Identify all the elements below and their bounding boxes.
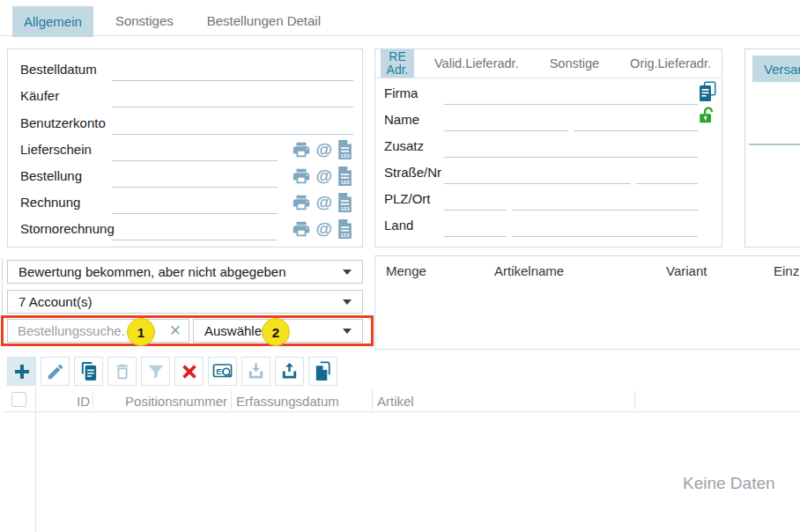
- export-button[interactable]: [275, 357, 304, 386]
- add-button[interactable]: [7, 357, 36, 386]
- tab-bestellungen-detail[interactable]: Bestellungen Detail: [196, 6, 332, 35]
- document-number-icon[interactable]: [337, 193, 353, 212]
- annotation-badge-1: 1: [127, 318, 155, 346]
- land-name-input[interactable]: [512, 219, 699, 237]
- field-label: Firma: [375, 85, 444, 105]
- copy-address-icon[interactable]: [697, 81, 718, 102]
- col-header-artikel[interactable]: Artikel: [377, 394, 414, 409]
- chevron-down-icon: [343, 299, 352, 305]
- tab-versand[interactable]: Versand: [752, 55, 800, 82]
- column-divider: [634, 390, 635, 410]
- field-row-bestellung: Bestellung @: [13, 161, 353, 188]
- tab-sonstige-adr[interactable]: Sonstige: [539, 49, 610, 78]
- name-last-input[interactable]: [574, 114, 698, 131]
- col-header-artikelname[interactable]: Artikelname: [494, 263, 564, 278]
- row-actions: @: [278, 193, 353, 214]
- kaeufer-input[interactable]: [112, 88, 353, 107]
- order-search-input[interactable]: Bestellungssuche. ✕: [7, 319, 189, 343]
- bestelldatum-input[interactable]: [112, 62, 353, 81]
- clear-search-icon[interactable]: ✕: [169, 323, 181, 338]
- zusatz-input[interactable]: [444, 140, 698, 158]
- rechnung-input[interactable]: [112, 195, 278, 214]
- paste-icon: [313, 361, 333, 381]
- tab-valid-lieferadr[interactable]: Valid.Lieferadr.: [424, 49, 530, 78]
- paste-button[interactable]: [308, 357, 337, 386]
- address-row-strasse: Straße/Nr: [375, 158, 722, 184]
- main-tab-bar: Allgemein Sonstiges Bestellungen Detail: [0, 6, 800, 36]
- trash-icon: [113, 362, 132, 381]
- document-number-icon[interactable]: [337, 166, 353, 186]
- rating-filter-dropdown[interactable]: Bewertung bekommen, aber nicht abgegeben: [7, 260, 363, 284]
- tab-re-adr[interactable]: RE Adr.: [381, 49, 414, 78]
- document-number-icon[interactable]: [337, 140, 353, 159]
- clear-button[interactable]: [174, 357, 204, 386]
- red-x-icon: [180, 362, 199, 381]
- lock-open-icon[interactable]: [697, 106, 716, 125]
- account-filter-value: 7 Account(s): [19, 294, 92, 309]
- document-number-icon[interactable]: [337, 219, 353, 239]
- field-label: Käufer: [13, 88, 112, 107]
- tab-sonstiges[interactable]: Sonstiges: [104, 6, 185, 35]
- column-divider: [35, 388, 36, 532]
- tab-orig-lieferadr[interactable]: Orig.Lieferadr.: [619, 49, 722, 78]
- col-header-menge[interactable]: Menge: [386, 263, 426, 278]
- row-actions: @: [278, 140, 353, 161]
- field-label: Rechnung: [13, 195, 112, 214]
- copy-icon: [78, 361, 99, 381]
- print-icon[interactable]: [292, 166, 311, 186]
- select-all-checkbox[interactable]: [11, 392, 26, 407]
- import-button[interactable]: [241, 357, 270, 386]
- benutzerkonto-input[interactable]: [112, 115, 353, 135]
- search-eq-button[interactable]: [208, 357, 237, 386]
- empty-table-message: Keine Daten: [683, 474, 775, 493]
- stornorechnung-input[interactable]: [112, 221, 278, 240]
- print-icon[interactable]: [292, 140, 311, 159]
- chevron-down-icon: [343, 329, 352, 334]
- plz-input[interactable]: [444, 193, 507, 211]
- address-panel: RE Adr. Valid.Lieferadr. Sonstige Orig.L…: [374, 48, 722, 248]
- order-items-table: Menge Artikelname Variant Einz: [374, 255, 800, 350]
- col-header-positionsnummer[interactable]: Positionsnummer: [99, 394, 227, 409]
- col-header-variant[interactable]: Variant: [666, 263, 707, 278]
- bestellung-input[interactable]: [112, 168, 278, 188]
- tab-allgemein[interactable]: Allgemein: [12, 6, 93, 37]
- table-header-underline: [4, 411, 800, 412]
- field-label: Stornorechnung: [13, 221, 112, 240]
- field-label: Bestellung: [13, 168, 112, 188]
- account-filter-dropdown[interactable]: 7 Account(s): [7, 290, 363, 314]
- field-label: PLZ/Ort: [375, 191, 444, 211]
- print-icon[interactable]: [292, 193, 311, 212]
- filter-button[interactable]: [141, 357, 170, 386]
- field-label: Zusatz: [375, 138, 444, 158]
- edit-button[interactable]: [41, 357, 70, 386]
- search-placeholder: Bestellungssuche.: [18, 323, 125, 338]
- land-code-input[interactable]: [444, 219, 507, 237]
- filter-icon: [146, 362, 166, 381]
- row-actions: @: [278, 219, 353, 240]
- ort-input[interactable]: [512, 193, 699, 211]
- email-icon[interactable]: @: [315, 141, 332, 159]
- col-header-einzelpreis[interactable]: Einz: [774, 263, 799, 278]
- chevron-down-icon: [343, 270, 352, 275]
- email-icon[interactable]: @: [315, 194, 332, 211]
- field-row-rechnung: Rechnung @: [13, 188, 353, 214]
- field-label: Bestelldatum: [13, 62, 112, 81]
- auswaehlen-label: Auswählen: [204, 323, 269, 338]
- col-header-erfassungsdatum[interactable]: Erfassungsdatum: [236, 394, 339, 409]
- col-header-id[interactable]: ID: [39, 394, 90, 409]
- hausnummer-input[interactable]: [636, 166, 699, 184]
- name-first-input[interactable]: [444, 114, 568, 131]
- address-tab-bar: RE Adr. Valid.Lieferadr. Sonstige Orig.L…: [375, 49, 722, 78]
- plus-icon: [11, 361, 33, 382]
- email-icon[interactable]: @: [315, 220, 332, 238]
- strasse-input[interactable]: [444, 166, 631, 184]
- eq-search-icon: [212, 361, 233, 382]
- firma-input[interactable]: [444, 87, 698, 105]
- lieferschein-input[interactable]: [112, 142, 278, 161]
- address-row-firma: Firma: [375, 78, 722, 105]
- copy-button[interactable]: [74, 357, 103, 386]
- print-icon[interactable]: [292, 219, 311, 239]
- delete-button[interactable]: [107, 357, 137, 386]
- address-row-zusatz: Zusatz: [375, 131, 722, 158]
- email-icon[interactable]: @: [315, 167, 332, 185]
